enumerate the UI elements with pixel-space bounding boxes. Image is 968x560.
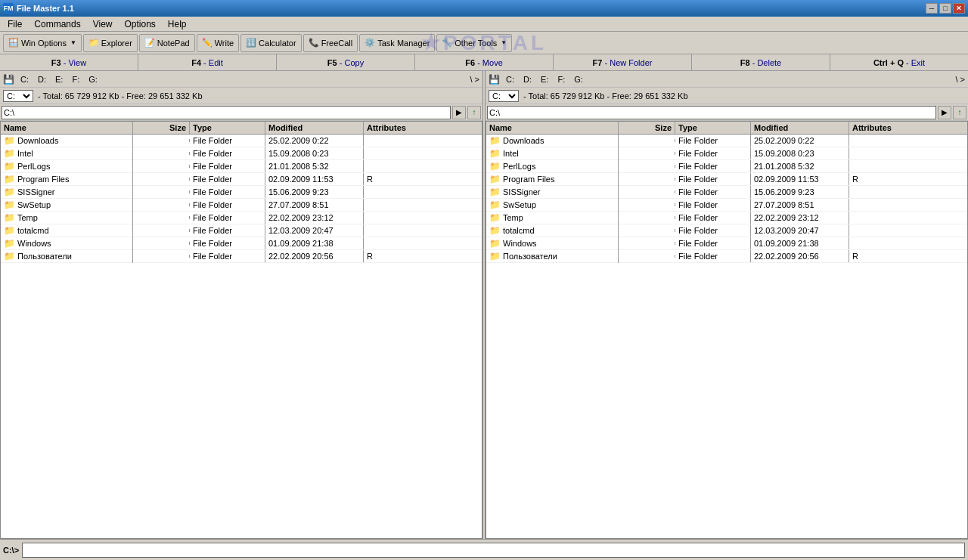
table-row[interactable]: 📁 Temp File Folder 22.02.2009 23:12 — [486, 212, 967, 224]
file-type: File Folder — [675, 135, 751, 147]
table-row[interactable]: 📁 SISSigner File Folder 15.06.2009 9:23 — [1, 186, 482, 199]
table-row[interactable]: 📁 Downloads File Folder 25.02.2009 0:22 — [1, 135, 482, 147]
file-modified: 15.06.2009 9:23 — [751, 186, 849, 198]
table-row[interactable]: 📁 Program Files File Folder 02.09.2009 1… — [486, 173, 967, 186]
table-row[interactable]: 📁 Windows File Folder 01.09.2009 21:38 — [1, 237, 482, 250]
left-path-input[interactable] — [2, 106, 451, 119]
table-row[interactable]: 📁 PerlLogs File Folder 21.01.2008 5:32 — [1, 160, 482, 173]
left-disk-info-bar: C: D: E: - Total: 65 729 912 Kb - Free: … — [0, 88, 482, 104]
maximize-button[interactable]: □ — [939, 3, 951, 14]
folder-icon: 📁 — [489, 200, 501, 210]
menu-file[interactable]: File — [2, 17, 28, 31]
right-drive-d[interactable]: D: — [520, 73, 535, 85]
left-col-name[interactable]: Name — [1, 122, 133, 134]
f3-view-button[interactable]: F3 - View — [0, 54, 138, 70]
left-drive-f[interactable]: F: — [69, 73, 82, 85]
table-row[interactable]: 📁 Пользователи File Folder 22.02.2009 20… — [1, 250, 482, 263]
explorer-button[interactable]: 📁 Explorer — [83, 34, 138, 52]
left-drive-e[interactable]: E: — [52, 73, 66, 85]
left-col-size[interactable]: Size — [133, 122, 190, 134]
table-row[interactable]: 📁 SISSigner File Folder 15.06.2009 9:23 — [486, 186, 967, 199]
right-col-name[interactable]: Name — [486, 122, 619, 134]
left-col-type[interactable]: Type — [190, 122, 265, 134]
folder-icon: 📁 — [489, 238, 501, 249]
menu-view[interactable]: View — [87, 17, 119, 31]
left-panel-wrapper: 💾 C: D: E: F: G: \ > C: D: E: - Total: 6… — [0, 71, 482, 539]
table-row[interactable]: 📁 Intel File Folder 15.09.2008 0:23 — [486, 147, 967, 160]
other-tools-button[interactable]: 🔧 Other Tools ▼ — [436, 34, 512, 52]
table-row[interactable]: 📁 Program Files File Folder 02.09.2009 1… — [1, 173, 482, 186]
table-row[interactable]: 📁 PerlLogs File Folder 21.01.2008 5:32 — [486, 160, 967, 173]
ctrlq-exit-button[interactable]: Ctrl + Q - Exit — [830, 54, 968, 70]
win-options-button[interactable]: 🪟 Win Options ▼ — [3, 34, 82, 52]
table-row[interactable]: 📁 Windows File Folder 01.09.2009 21:38 — [486, 237, 967, 250]
title-bar-controls: ─ □ ✕ — [926, 3, 965, 14]
notepad-button[interactable]: 📝 NotePad — [139, 34, 195, 52]
right-drive-g[interactable]: G: — [571, 73, 586, 85]
task-manager-button[interactable]: ⚙️ Task Manager — [359, 34, 435, 52]
right-path-input[interactable] — [487, 106, 936, 119]
table-row[interactable]: 📁 Пользователи File Folder 22.02.2009 20… — [486, 250, 967, 263]
file-type: File Folder — [675, 199, 751, 211]
file-name: Downloads — [503, 136, 544, 145]
write-button[interactable]: ✏️ Write — [197, 34, 239, 52]
table-row[interactable]: 📁 SwSetup File Folder 27.07.2009 8:51 — [486, 199, 967, 212]
right-col-type[interactable]: Type — [675, 122, 751, 134]
file-size — [133, 242, 190, 245]
right-drive-c[interactable]: C: — [503, 73, 517, 85]
file-type: File Folder — [190, 147, 265, 159]
table-row[interactable]: 📁 Temp File Folder 22.02.2009 23:12 — [1, 212, 482, 224]
cmd-input[interactable] — [22, 543, 965, 558]
menu-commands[interactable]: Commands — [28, 17, 86, 31]
calculator-button[interactable]: 🔢 Calculator — [240, 34, 302, 52]
right-path-go-button[interactable]: ▶ — [938, 106, 951, 119]
file-size — [133, 216, 190, 219]
file-type: File Folder — [190, 160, 265, 172]
file-type: File Folder — [675, 160, 751, 172]
right-path-refresh-button[interactable]: ↑ — [953, 106, 966, 119]
file-name: Windows — [17, 239, 51, 248]
table-row[interactable]: 📁 totalcmd File Folder 12.03.2009 20:47 — [486, 224, 967, 237]
folder-icon: 📁 — [489, 187, 501, 197]
left-path-go-button[interactable]: ▶ — [452, 106, 466, 119]
minimize-button[interactable]: ─ — [926, 3, 938, 14]
toolbar: 🪟 Win Options ▼ 📁 Explorer 📝 NotePad ✏️ … — [0, 32, 968, 54]
left-drive-d[interactable]: D: — [35, 73, 49, 85]
file-modified: 25.02.2009 0:22 — [265, 135, 364, 147]
left-path-bar: ▶ ↑ — [0, 104, 482, 121]
left-drive-g[interactable]: G: — [85, 73, 101, 85]
left-path-refresh-button[interactable]: ↑ — [467, 106, 481, 119]
f5-copy-button[interactable]: F5 - Copy — [277, 54, 415, 70]
left-disk-select[interactable]: C: D: E: — [3, 90, 33, 102]
left-drive-c[interactable]: C: — [17, 73, 32, 85]
f6-move-button[interactable]: F6 - Move — [415, 54, 554, 70]
left-col-modified[interactable]: Modified — [265, 122, 364, 134]
right-drive-e[interactable]: E: — [538, 73, 551, 85]
file-name: SISSigner — [503, 187, 541, 196]
file-modified: 21.01.2008 5:32 — [265, 160, 364, 172]
table-row[interactable]: 📁 Downloads File Folder 25.02.2009 0:22 — [486, 135, 967, 147]
menu-help[interactable]: Help — [162, 17, 193, 31]
file-name: PerlLogs — [503, 162, 535, 171]
file-size — [619, 203, 675, 206]
file-size — [133, 139, 190, 142]
right-col-attributes[interactable]: Attributes — [849, 122, 967, 134]
left-col-attributes[interactable]: Attributes — [364, 122, 482, 134]
f4-edit-button[interactable]: F4 - Edit — [138, 54, 277, 70]
table-row[interactable]: 📁 Intel File Folder 15.09.2008 0:23 — [1, 147, 482, 160]
right-drive-f[interactable]: F: — [554, 73, 568, 85]
f7-newfolder-button[interactable]: F7 - New Folder — [554, 54, 692, 70]
file-size — [619, 216, 675, 219]
right-col-size[interactable]: Size — [619, 122, 675, 134]
table-row[interactable]: 📁 SwSetup File Folder 27.07.2009 8:51 — [1, 199, 482, 212]
menu-options[interactable]: Options — [119, 17, 162, 31]
freecall-button[interactable]: 📞 FreeCall — [303, 34, 358, 52]
file-name: Program Files — [503, 175, 554, 184]
f8-delete-button[interactable]: F8 - Delete — [692, 54, 830, 70]
other-tools-arrow: ▼ — [501, 39, 507, 46]
close-button[interactable]: ✕ — [953, 3, 965, 14]
folder-icon: 📁 — [4, 148, 15, 159]
table-row[interactable]: 📁 totalcmd File Folder 12.03.2009 20:47 — [1, 224, 482, 237]
right-disk-select[interactable]: C: D: E: — [489, 90, 519, 102]
right-col-modified[interactable]: Modified — [751, 122, 849, 134]
